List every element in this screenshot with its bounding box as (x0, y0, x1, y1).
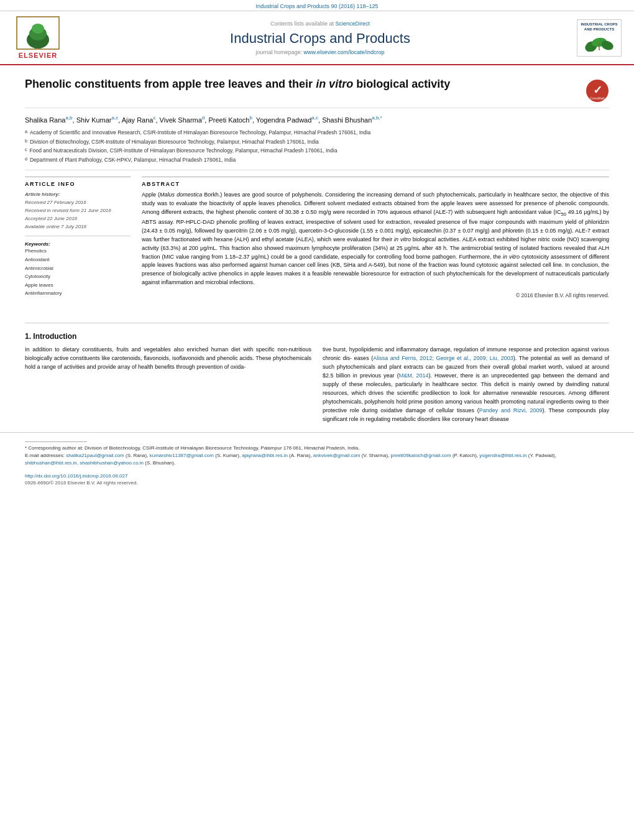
journal-main-title: Industrial Crops and Products (72, 30, 568, 47)
affil-sup-b: b (25, 138, 27, 147)
affil-row-d: d Department of Plant Pathology, CSK-HPK… (25, 156, 609, 165)
abstract-text: Apple (Malus domestica Borkh.) leaves ar… (142, 191, 609, 287)
keyword-1: Phenolics (25, 247, 131, 256)
svg-point-3 (32, 24, 44, 34)
email-link-6[interactable]: yogendra@ihbt.res.in (479, 453, 526, 458)
elsevier-label: ELSEVIER (19, 52, 57, 59)
keyword-4: Cytotoxicity (25, 272, 131, 281)
history-title: Article history: (25, 192, 60, 197)
content-divider (25, 323, 609, 323)
header-section: ELSEVIER Contents lists available at Sci… (0, 11, 634, 65)
keyword-2: Antioxidant (25, 256, 131, 264)
keywords-title: Keywords: (25, 241, 50, 247)
intro-right-para: tive burst, hypolipidemic and inflammato… (323, 346, 609, 423)
journal-logo-text: INDUSTRIAL CROPS AND PRODUCTS (580, 22, 618, 31)
affil-sup-c: c (25, 147, 27, 156)
journal-citation-link[interactable]: Industrial Crops and Products 90 (2016) … (255, 3, 378, 9)
affil-sup-d: d (25, 156, 27, 165)
journal-logo-box: INDUSTRIAL CROPS AND PRODUCTS (574, 19, 624, 57)
crossmark-badge-icon[interactable]: ✓ CrossMark (586, 79, 609, 103)
journal-homepage: journal homepage: www.elsevier.com/locat… (72, 49, 568, 55)
affil-text-d: Department of Plant Pathology, CSK-HPKV,… (30, 156, 236, 165)
main-content: 1. Introduction In addition to dietary c… (0, 323, 634, 423)
journal-top-bar: Industrial Crops and Products 90 (2016) … (0, 0, 634, 11)
intro-left-col: In addition to dietary constituents, fru… (25, 346, 311, 423)
journal-logo-leaves-icon (584, 33, 615, 52)
article-title-text: Phenolic constituents from apple tree le… (25, 76, 579, 91)
email-link-1[interactable]: shalika21paul@gmail.com (66, 453, 124, 458)
journal-title-center: Contents lists available at ScienceDirec… (72, 21, 568, 55)
email-link-2[interactable]: kumarshiv11387@gmail.com (150, 453, 214, 458)
article-meta-two-col: ARTICLE INFO Article history: Received 2… (25, 177, 609, 303)
affil-row-c: c Food and Nutraceuticals Division, CSIR… (25, 147, 609, 156)
doi-line: http://dx.doi.org/10.1016/j.indcrop.2016… (0, 471, 634, 480)
science-direct-link[interactable]: ScienceDirect (336, 21, 370, 27)
article-info-heading: ARTICLE INFO (25, 181, 131, 187)
abstract-heading: ABSTRACT (142, 181, 609, 187)
accepted-date: Accepted 22 June 2016 (25, 216, 77, 221)
homepage-link[interactable]: www.elsevier.com/locate/indcrop (304, 49, 385, 55)
doi-link[interactable]: http://dx.doi.org/10.1016/j.indcrop.2016… (25, 473, 127, 479)
article-title: Phenolic constituents from apple tree le… (25, 76, 579, 91)
article-history: Article history: Received 27 February 20… (25, 191, 131, 231)
received-date: Received 27 February 2016 (25, 200, 86, 205)
affil-text-c: Food and Nutraceuticals Division, CSIR-I… (30, 147, 338, 156)
email-link-7[interactable]: shibhushan@ihbt.res.in, (25, 460, 78, 466)
intro-right-col: tive burst, hypolipidemic and inflammato… (323, 346, 609, 423)
journal-logo-img: INDUSTRIAL CROPS AND PRODUCTS (577, 19, 622, 57)
keyword-5: Apple leaves (25, 281, 131, 290)
footnote-emails: E-mail addresses: shalika21paul@gmail.co… (25, 452, 609, 467)
keywords-section: Keywords: Phenolics Antioxidant Antimicr… (25, 241, 131, 298)
science-direct-line: Contents lists available at ScienceDirec… (72, 21, 568, 27)
email-link-5[interactable]: preeti09katoch@gmail.com (391, 453, 451, 458)
online-date: Available online 7 July 2016 (25, 224, 86, 229)
email-link-8[interactable]: shashibhushan@yahoo.co.in (80, 460, 144, 466)
article-info-col: ARTICLE INFO Article history: Received 2… (25, 177, 131, 303)
revised-date: Received in revised form 21 June 2016 (25, 208, 111, 213)
abstract-box: ABSTRACT Apple (Malus domestica Borkh.) … (142, 177, 609, 298)
article-title-section: Phenolic constituents from apple tree le… (25, 76, 609, 108)
affil-row-a: a Academy of Scientific and Innovative R… (25, 129, 609, 138)
ref-mm2014[interactable]: M&M, 2014 (399, 372, 429, 379)
ref-pandey[interactable]: Pandey and Rizvi, 2009 (479, 407, 543, 413)
article-body: Phenolic constituents from apple tree le… (0, 65, 634, 314)
affil-text-a: Academy of Scientific and Innovative Res… (30, 129, 370, 138)
article-info-box: ARTICLE INFO Article history: Received 2… (25, 177, 131, 298)
intro-two-col: In addition to dietary constituents, fru… (25, 346, 609, 423)
page-wrapper: Industrial Crops and Products 90 (2016) … (0, 0, 634, 491)
footnote-area: * Corresponding author at: Division of B… (0, 432, 634, 471)
affil-row-b: b Division of Biotechnology, CSIR-Instit… (25, 138, 609, 147)
authors-line: Shalika Ranaa,b, Shiv Kumara,c, Ajay Ran… (25, 114, 609, 125)
svg-text:CrossMark: CrossMark (590, 96, 605, 100)
ref-alissa[interactable]: Alissa and Ferns, 2012; George et al., 2… (373, 355, 513, 361)
keyword-3: Antimicrobial (25, 264, 131, 273)
abstract-col: ABSTRACT Apple (Malus domestica Borkh.) … (142, 177, 609, 303)
intro-left-para: In addition to dietary constituents, fru… (25, 346, 311, 372)
svg-text:✓: ✓ (593, 84, 602, 96)
copyright-line: © 2016 Elsevier B.V. All rights reserved… (142, 292, 609, 298)
affiliations: a Academy of Scientific and Innovative R… (25, 129, 609, 170)
issn-line: 0926-6690/© 2016 Elsevier B.V. All right… (0, 480, 634, 491)
keyword-6: Antiinflammatory (25, 289, 131, 298)
elsevier-tree-icon (16, 16, 60, 50)
elsevier-logo-box: ELSEVIER (10, 16, 66, 59)
footnote-divider (25, 441, 87, 442)
email-link-3[interactable]: ajayrana@ihbt.res.in (242, 453, 288, 458)
footnote-star: * Corresponding author at: Division of B… (25, 445, 609, 452)
affil-sup-a: a (25, 129, 27, 138)
info-divider (25, 236, 131, 236)
email-link-4[interactable]: ankvivek@gmail.com (313, 453, 361, 458)
intro-section-title: 1. Introduction (25, 332, 609, 341)
affil-text-b: Division of Biotechnology, CSIR-Institut… (30, 138, 319, 147)
